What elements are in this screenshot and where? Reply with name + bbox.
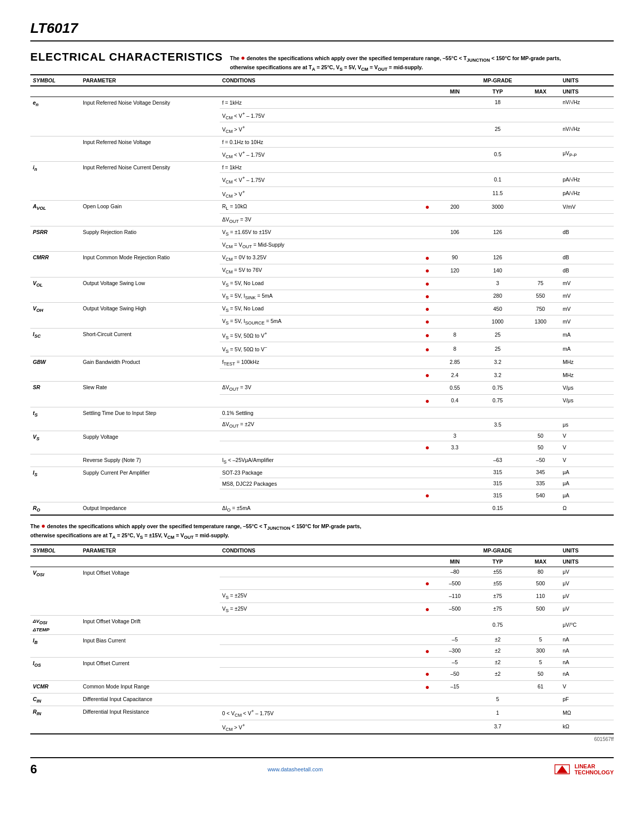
col2-header-param: PARAMETER <box>80 545 220 556</box>
table-row: VOL Output Voltage Swing Low VS = 5V, No… <box>30 277 614 290</box>
table-row: ΔVOSIΔTEMP Input Offset Voltage Drift 0.… <box>30 615 614 634</box>
table-row: CIN Differential Input Capacitance 5pF <box>30 693 614 706</box>
col-header-units: UNITS <box>560 75 614 86</box>
table-row: VOSI Input Offset Voltage –80±5580μV <box>30 567 614 577</box>
table-row: RIN Differential Input Resistance 0 < VC… <box>30 706 614 720</box>
table-row: SR Slew Rate ΔVOUT = 3V 0.550.75V/μs <box>30 382 614 394</box>
table-row: Reverse Supply (Note 7) IS < –25VμA/Ampl… <box>30 454 614 467</box>
col-header-cond2 <box>220 86 420 97</box>
col2-header-symbol: SYMBOL <box>30 545 80 556</box>
doc-title: LT6017 <box>30 20 614 41</box>
table-row: GBW Gain Bandwidth Product fTEST = 100kH… <box>30 356 614 369</box>
table-row: PSRR Supply Rejection Ratio VS = ±1.65V … <box>30 226 614 239</box>
table-row: VCMR Common Mode Input Range ●–1561V <box>30 680 614 693</box>
col2-header-dot <box>419 545 435 556</box>
col-header-max: MAX <box>521 86 560 97</box>
col-header-dot2 <box>419 86 435 97</box>
table-row: AVOL Open Loop Gain RL = 10kΩ ●2003000V/… <box>30 201 614 213</box>
table-row: tS Settling Time Due to Input Step 0.1% … <box>30 407 614 418</box>
col-header-param: PARAMETER <box>80 75 220 86</box>
col2-header-typ: TYP <box>474 556 521 567</box>
table-row: in Input Referred Noise Current Density … <box>30 161 614 172</box>
table-row: CMRR Input Common Mode Rejection Ratio V… <box>30 251 614 264</box>
col-header-symbol: SYMBOL <box>30 75 80 86</box>
note-footer: The ● denotes the specifications which a… <box>30 521 614 541</box>
col-header-min: MIN <box>435 86 475 97</box>
page-number: 6 <box>30 762 37 776</box>
section-desc: The ● denotes the specifications which a… <box>230 51 583 72</box>
footer-logo: LINEARTECHNOLOGY <box>553 762 614 776</box>
col-header-cond: CONDITIONS <box>220 75 420 86</box>
table-row: IB Input Bias Current –5±25nA <box>30 634 614 644</box>
characteristics-table-2: SYMBOL PARAMETER CONDITIONS MP-GRADE UNI… <box>30 544 614 734</box>
col-header-symbol2 <box>30 86 80 97</box>
table-row: en Input Referred Noise Voltage Density … <box>30 97 614 108</box>
table-row: VS Supply Voltage 350V <box>30 431 614 441</box>
footer-url: www.datasheetall.com <box>268 766 323 772</box>
table-row: Input Referred Noise Voltage f = 0.1Hz t… <box>30 136 614 147</box>
table-row: RO Output Impedance ΔIO = ±5mA 0.15Ω <box>30 502 614 515</box>
col2-header-max: MAX <box>521 556 560 567</box>
col2-header-units: UNITS <box>560 545 614 556</box>
col2-header-units2: UNITS <box>560 556 614 567</box>
section-header: ELECTRICAL CHARACTERISTICS The ● denotes… <box>30 51 614 72</box>
col2-header-min: MIN <box>435 556 475 567</box>
footer: 6 www.datasheetall.com LINEARTECHNOLOGY <box>30 757 614 776</box>
col-header-units2: UNITS <box>560 86 614 97</box>
table-row: ISC Short-Circuit Current VS = 5V, 50Ω t… <box>30 328 614 342</box>
col2-header-cond: CONDITIONS <box>220 545 420 556</box>
col-header-param2 <box>80 86 220 97</box>
doc-number: 601567ff <box>30 736 614 742</box>
col-header-typ: TYP <box>474 86 521 97</box>
col-header-dot <box>419 75 435 86</box>
table-row: VOH Output Voltage Swing High VS = 5V, N… <box>30 303 614 315</box>
section-title: ELECTRICAL CHARACTERISTICS <box>30 51 223 64</box>
characteristics-table-1: SYMBOL PARAMETER CONDITIONS MP-GRADE UNI… <box>30 74 614 515</box>
table-row: IOS Input Offset Current –5±25nA <box>30 658 614 668</box>
col2-mp-grade: MP-GRADE <box>435 545 560 556</box>
table-row: IS Supply Current Per Amplifier SOT-23 P… <box>30 467 614 478</box>
svg-marker-1 <box>557 766 568 773</box>
mp-grade-header: MP-GRADE <box>435 75 560 86</box>
